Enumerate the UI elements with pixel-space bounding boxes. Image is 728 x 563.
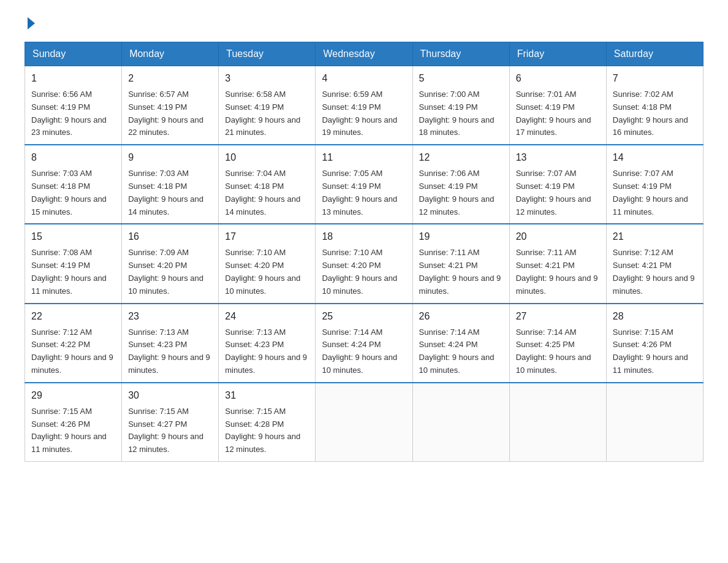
day-number: 30 xyxy=(128,388,212,403)
day-info: Sunrise: 7:13 AMSunset: 4:23 PMDaylight:… xyxy=(128,326,212,377)
day-number: 2 xyxy=(128,71,212,86)
calendar-cell xyxy=(316,383,412,462)
day-info: Sunrise: 7:02 AMSunset: 4:18 PMDaylight:… xyxy=(613,88,697,139)
column-header-friday: Friday xyxy=(509,42,606,66)
day-info: Sunrise: 6:58 AMSunset: 4:19 PMDaylight:… xyxy=(225,88,309,139)
calendar-cell: 4Sunrise: 6:59 AMSunset: 4:19 PMDaylight… xyxy=(316,66,412,145)
calendar-cell: 10Sunrise: 7:04 AMSunset: 4:18 PMDayligh… xyxy=(219,145,316,224)
day-number: 16 xyxy=(128,229,212,244)
day-info: Sunrise: 7:11 AMSunset: 4:21 PMDaylight:… xyxy=(516,247,600,297)
day-info: Sunrise: 7:14 AMSunset: 4:25 PMDaylight:… xyxy=(516,326,600,377)
calendar-cell: 2Sunrise: 6:57 AMSunset: 4:19 PMDaylight… xyxy=(122,66,219,145)
calendar-cell xyxy=(606,383,703,462)
calendar-cell: 31Sunrise: 7:15 AMSunset: 4:28 PMDayligh… xyxy=(219,383,316,462)
day-info: Sunrise: 7:11 AMSunset: 4:21 PMDaylight:… xyxy=(419,247,503,297)
day-number: 25 xyxy=(322,309,406,324)
calendar-cell: 8Sunrise: 7:03 AMSunset: 4:18 PMDaylight… xyxy=(25,145,122,224)
day-number: 24 xyxy=(225,309,309,324)
calendar-cell: 1Sunrise: 6:56 AMSunset: 4:19 PMDaylight… xyxy=(25,66,122,145)
day-info: Sunrise: 7:00 AMSunset: 4:19 PMDaylight:… xyxy=(419,88,503,139)
day-info: Sunrise: 7:08 AMSunset: 4:19 PMDaylight:… xyxy=(31,247,115,297)
day-info: Sunrise: 7:14 AMSunset: 4:24 PMDaylight:… xyxy=(419,326,503,377)
day-number: 11 xyxy=(322,150,406,165)
calendar-cell: 25Sunrise: 7:14 AMSunset: 4:24 PMDayligh… xyxy=(316,304,412,383)
day-number: 3 xyxy=(225,71,309,86)
calendar-cell: 11Sunrise: 7:05 AMSunset: 4:19 PMDayligh… xyxy=(316,145,412,224)
calendar-cell: 23Sunrise: 7:13 AMSunset: 4:23 PMDayligh… xyxy=(122,304,219,383)
calendar-cell: 15Sunrise: 7:08 AMSunset: 4:19 PMDayligh… xyxy=(25,224,122,303)
column-header-thursday: Thursday xyxy=(412,42,509,66)
day-number: 13 xyxy=(516,150,600,165)
calendar-table: SundayMondayTuesdayWednesdayThursdayFrid… xyxy=(25,42,703,462)
day-info: Sunrise: 7:12 AMSunset: 4:22 PMDaylight:… xyxy=(31,326,115,377)
calendar-cell: 7Sunrise: 7:02 AMSunset: 4:18 PMDaylight… xyxy=(606,66,703,145)
day-number: 17 xyxy=(225,229,309,244)
calendar-cell: 29Sunrise: 7:15 AMSunset: 4:26 PMDayligh… xyxy=(25,383,122,462)
day-info: Sunrise: 7:03 AMSunset: 4:18 PMDaylight:… xyxy=(31,167,115,218)
column-header-saturday: Saturday xyxy=(606,42,703,66)
calendar-cell: 12Sunrise: 7:06 AMSunset: 4:19 PMDayligh… xyxy=(412,145,509,224)
day-number: 9 xyxy=(128,150,212,165)
logo-arrow-icon xyxy=(28,17,35,29)
calendar-cell: 13Sunrise: 7:07 AMSunset: 4:19 PMDayligh… xyxy=(509,145,606,224)
day-info: Sunrise: 7:15 AMSunset: 4:27 PMDaylight:… xyxy=(128,405,212,456)
day-number: 15 xyxy=(31,229,115,244)
calendar-week-row: 1Sunrise: 6:56 AMSunset: 4:19 PMDaylight… xyxy=(25,66,703,145)
calendar-cell: 30Sunrise: 7:15 AMSunset: 4:27 PMDayligh… xyxy=(122,383,219,462)
day-number: 5 xyxy=(419,71,503,86)
calendar-header-row: SundayMondayTuesdayWednesdayThursdayFrid… xyxy=(25,42,703,66)
day-info: Sunrise: 7:03 AMSunset: 4:18 PMDaylight:… xyxy=(128,167,212,218)
day-number: 4 xyxy=(322,71,406,86)
day-info: Sunrise: 7:09 AMSunset: 4:20 PMDaylight:… xyxy=(128,247,212,297)
column-header-tuesday: Tuesday xyxy=(219,42,316,66)
day-number: 31 xyxy=(225,388,309,403)
day-info: Sunrise: 7:01 AMSunset: 4:19 PMDaylight:… xyxy=(516,88,600,139)
calendar-cell: 21Sunrise: 7:12 AMSunset: 4:21 PMDayligh… xyxy=(606,224,703,303)
calendar-week-row: 15Sunrise: 7:08 AMSunset: 4:19 PMDayligh… xyxy=(25,224,703,303)
day-number: 14 xyxy=(613,150,697,165)
column-header-sunday: Sunday xyxy=(25,42,122,66)
day-info: Sunrise: 7:15 AMSunset: 4:28 PMDaylight:… xyxy=(225,405,309,456)
day-info: Sunrise: 6:59 AMSunset: 4:19 PMDaylight:… xyxy=(322,88,406,139)
column-header-monday: Monday xyxy=(122,42,219,66)
day-number: 23 xyxy=(128,309,212,324)
calendar-cell: 16Sunrise: 7:09 AMSunset: 4:20 PMDayligh… xyxy=(122,224,219,303)
day-info: Sunrise: 7:10 AMSunset: 4:20 PMDaylight:… xyxy=(225,247,309,297)
calendar-cell: 18Sunrise: 7:10 AMSunset: 4:20 PMDayligh… xyxy=(316,224,412,303)
calendar-cell: 26Sunrise: 7:14 AMSunset: 4:24 PMDayligh… xyxy=(412,304,509,383)
day-number: 28 xyxy=(613,309,697,324)
calendar-week-row: 29Sunrise: 7:15 AMSunset: 4:26 PMDayligh… xyxy=(25,383,703,462)
calendar-cell: 20Sunrise: 7:11 AMSunset: 4:21 PMDayligh… xyxy=(509,224,606,303)
day-info: Sunrise: 7:04 AMSunset: 4:18 PMDaylight:… xyxy=(225,167,309,218)
calendar-week-row: 8Sunrise: 7:03 AMSunset: 4:18 PMDaylight… xyxy=(25,145,703,224)
calendar-cell xyxy=(412,383,509,462)
day-info: Sunrise: 7:06 AMSunset: 4:19 PMDaylight:… xyxy=(419,167,503,218)
day-number: 22 xyxy=(31,309,115,324)
day-info: Sunrise: 7:07 AMSunset: 4:19 PMDaylight:… xyxy=(516,167,600,218)
calendar-cell: 5Sunrise: 7:00 AMSunset: 4:19 PMDaylight… xyxy=(412,66,509,145)
calendar-cell: 28Sunrise: 7:15 AMSunset: 4:26 PMDayligh… xyxy=(606,304,703,383)
day-info: Sunrise: 7:15 AMSunset: 4:26 PMDaylight:… xyxy=(31,405,115,456)
calendar-cell: 19Sunrise: 7:11 AMSunset: 4:21 PMDayligh… xyxy=(412,224,509,303)
day-number: 20 xyxy=(516,229,600,244)
calendar-week-row: 22Sunrise: 7:12 AMSunset: 4:22 PMDayligh… xyxy=(25,304,703,383)
day-number: 26 xyxy=(419,309,503,324)
column-header-wednesday: Wednesday xyxy=(316,42,412,66)
day-info: Sunrise: 7:07 AMSunset: 4:19 PMDaylight:… xyxy=(613,167,697,218)
calendar-cell: 14Sunrise: 7:07 AMSunset: 4:19 PMDayligh… xyxy=(606,145,703,224)
day-info: Sunrise: 6:56 AMSunset: 4:19 PMDaylight:… xyxy=(31,88,115,139)
calendar-cell: 27Sunrise: 7:14 AMSunset: 4:25 PMDayligh… xyxy=(509,304,606,383)
day-number: 29 xyxy=(31,388,115,403)
logo xyxy=(25,18,35,29)
day-info: Sunrise: 7:10 AMSunset: 4:20 PMDaylight:… xyxy=(322,247,406,297)
calendar-cell: 24Sunrise: 7:13 AMSunset: 4:23 PMDayligh… xyxy=(219,304,316,383)
day-info: Sunrise: 7:13 AMSunset: 4:23 PMDaylight:… xyxy=(225,326,309,377)
calendar-cell: 22Sunrise: 7:12 AMSunset: 4:22 PMDayligh… xyxy=(25,304,122,383)
day-number: 21 xyxy=(613,229,697,244)
day-number: 6 xyxy=(516,71,600,86)
page-header xyxy=(25,18,703,29)
day-number: 7 xyxy=(613,71,697,86)
calendar-cell: 17Sunrise: 7:10 AMSunset: 4:20 PMDayligh… xyxy=(219,224,316,303)
day-info: Sunrise: 6:57 AMSunset: 4:19 PMDaylight:… xyxy=(128,88,212,139)
calendar-cell xyxy=(509,383,606,462)
